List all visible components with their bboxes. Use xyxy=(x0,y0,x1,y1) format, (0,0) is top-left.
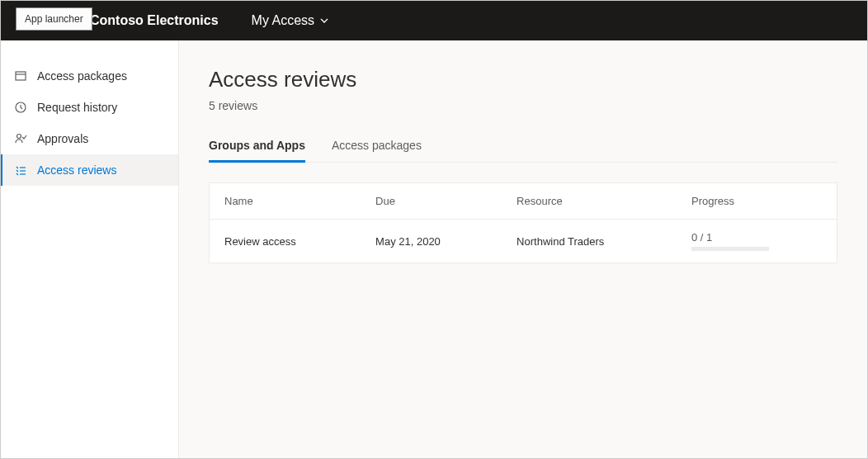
tab-access-packages[interactable]: Access packages xyxy=(332,139,422,162)
app-launcher-tooltip: App launcher xyxy=(16,7,92,31)
main-content: Access reviews 5 reviews Groups and Apps… xyxy=(179,40,867,458)
org-name: Contoso Electronics xyxy=(90,13,219,28)
sidebar: Access packages Request history Approval… xyxy=(1,40,179,458)
reviews-icon xyxy=(14,163,27,177)
package-icon xyxy=(14,69,27,83)
sidebar-item-label: Access reviews xyxy=(37,163,116,177)
nav-label: My Access xyxy=(252,13,314,28)
table-header-row: Name Due Resource Progress xyxy=(210,183,837,220)
review-due: May 21, 2020 xyxy=(361,220,502,263)
reviews-table: Name Due Resource Progress Review access… xyxy=(209,182,837,263)
sidebar-item-label: Access packages xyxy=(37,69,127,83)
sidebar-item-access-reviews[interactable]: Access reviews xyxy=(1,154,178,186)
history-icon xyxy=(14,101,27,114)
chevron-down-icon xyxy=(319,16,329,26)
col-resource[interactable]: Resource xyxy=(502,183,677,220)
col-name[interactable]: Name xyxy=(210,183,361,220)
tabs: Groups and Apps Access packages xyxy=(209,139,837,163)
col-due[interactable]: Due xyxy=(361,183,502,220)
review-resource: Northwind Traders xyxy=(502,220,677,263)
sidebar-item-label: Request history xyxy=(37,101,117,114)
approvals-icon xyxy=(14,132,27,145)
table-row: Review access May 21, 2020 Northwind Tra… xyxy=(210,220,837,263)
review-name-link[interactable]: Review access xyxy=(210,220,361,263)
page-subtitle: 5 reviews xyxy=(209,99,837,112)
svg-point-3 xyxy=(17,135,21,139)
tab-groups-and-apps[interactable]: Groups and Apps xyxy=(209,139,305,163)
sidebar-item-label: Approvals xyxy=(37,132,88,145)
my-access-dropdown[interactable]: My Access xyxy=(252,13,329,28)
sidebar-item-request-history[interactable]: Request history xyxy=(1,92,178,123)
progress-text: 0 / 1 xyxy=(691,231,822,244)
progress-bar xyxy=(691,247,769,251)
sidebar-item-access-packages[interactable]: Access packages xyxy=(1,60,178,92)
page-title: Access reviews xyxy=(209,67,837,92)
sidebar-item-approvals[interactable]: Approvals xyxy=(1,123,178,154)
app-header: App launcher Contoso Electronics My Acce… xyxy=(1,1,867,40)
review-progress-cell: 0 / 1 xyxy=(677,220,837,263)
svg-rect-0 xyxy=(16,72,26,80)
col-progress[interactable]: Progress xyxy=(677,183,837,220)
